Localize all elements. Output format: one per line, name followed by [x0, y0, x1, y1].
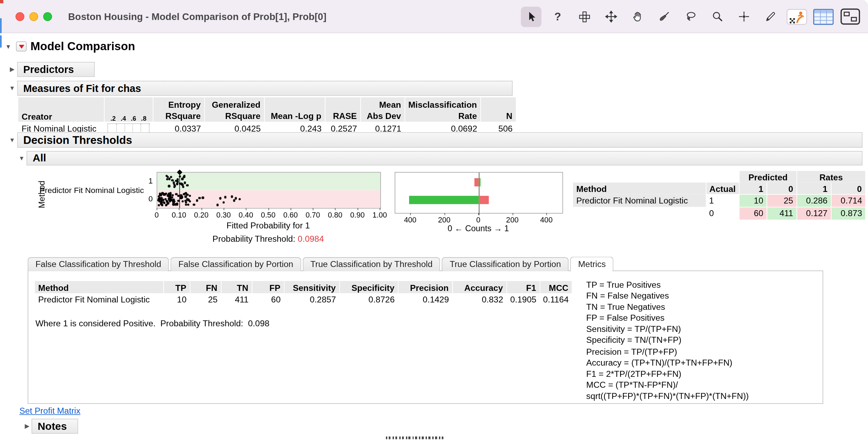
data-point: [161, 204, 163, 206]
data-point: [169, 192, 172, 194]
data-point: [171, 179, 174, 181]
table-row: Predictor Fit Nominal Logistic110250.286…: [573, 194, 866, 207]
y-category-label: 0: [144, 194, 153, 203]
tab-false-classification-by-threshold[interactable]: False Classification by Threshold: [28, 257, 169, 271]
axis-tick: [313, 208, 314, 210]
axis-tick-label: .6: [131, 115, 136, 122]
brush-icon[interactable]: [654, 6, 674, 27]
matrix-cell: 0.286: [797, 194, 831, 207]
measures-of-fit-section-header[interactable]: Measures of Fit for chas: [17, 81, 513, 96]
threshold-value[interactable]: 0.0984: [298, 234, 324, 244]
disclosure-triangle-icon[interactable]: [5, 42, 12, 50]
column-header: Sensitivity: [284, 281, 340, 293]
cursor-icon[interactable]: [521, 6, 541, 27]
toolbar: [521, 6, 860, 27]
metrics-note: Where 1 is considered Positive. Probabil…: [35, 319, 269, 328]
column-header: Mean -Log p: [264, 97, 325, 121]
jmp-home-icon[interactable]: [787, 6, 807, 27]
column-header: N: [481, 97, 516, 121]
window-title: Boston Housing - Model Comparison of Pro…: [68, 0, 327, 33]
axis-tick-label: 200: [438, 216, 451, 224]
counts-bar-chart[interactable]: [395, 172, 563, 213]
fitted-probability-plot[interactable]: [157, 172, 381, 208]
column-header: Accuracy: [452, 281, 507, 293]
hand-icon[interactable]: [627, 6, 647, 27]
axis-tick-label: 400: [404, 216, 416, 224]
tab-true-classification-by-threshold[interactable]: True Classification by Threshold: [303, 257, 440, 271]
section-title: All: [33, 152, 46, 165]
window-edge-artifact: [0, 18, 2, 33]
disclosure-triangle-icon[interactable]: [8, 136, 16, 144]
pencil-icon[interactable]: [760, 6, 781, 27]
legend-line: sqrt((TP+FP)*(TP+FN)*(TN+FP)*(TN+FN)): [586, 391, 749, 402]
axis-tick-label: 0.10: [172, 211, 186, 219]
close-button[interactable]: [15, 12, 24, 21]
predictors-section-header[interactable]: Predictors: [17, 62, 95, 77]
axis-tick-label: 0.70: [305, 211, 320, 219]
axis-tick-label: .8: [141, 115, 146, 122]
section-title: Measures of Fit for chas: [23, 82, 141, 94]
column-header: FP: [252, 281, 284, 293]
section-title: Predictors: [23, 64, 74, 76]
help-icon[interactable]: [547, 6, 568, 27]
axis-tick: [179, 208, 180, 210]
axis-tick: [224, 208, 224, 210]
data-point: [184, 195, 187, 198]
column-header: FN: [190, 281, 221, 293]
data-point: [187, 203, 189, 206]
disclosure-triangle-icon[interactable]: [23, 422, 31, 430]
lasso-icon[interactable]: [680, 6, 701, 27]
crosshair-icon[interactable]: [734, 6, 754, 27]
axis-tick: [290, 208, 291, 210]
window-edge-artifact: [0, 35, 2, 48]
data-point: [176, 202, 178, 205]
axis-tick-label: 1.00: [373, 211, 387, 219]
count-bar-right[interactable]: [479, 196, 489, 204]
model-comparison-header: Model Comparison: [5, 39, 135, 54]
window-grid-icon[interactable]: [574, 6, 594, 27]
set-profit-matrix-link[interactable]: Set Profit Matrix: [19, 406, 80, 416]
disclosure-triangle-icon[interactable]: [8, 65, 16, 73]
threshold-line[interactable]: [179, 173, 180, 208]
y-category-label: 1: [144, 176, 153, 185]
threshold-label: Probability Threshold:: [212, 234, 295, 244]
axis-tick: [546, 213, 547, 215]
data-point: [184, 182, 186, 184]
column-header: RASE: [325, 97, 360, 121]
data-table-icon[interactable]: [813, 6, 834, 27]
value-cell: 0.1429: [398, 293, 453, 307]
column-header: 0: [767, 182, 797, 194]
fullscreen-button[interactable]: [43, 12, 52, 21]
data-point: [163, 193, 166, 196]
tab-false-classification-by-portion[interactable]: False Classification by Portion: [171, 257, 301, 271]
count-bar-left[interactable]: [475, 178, 479, 187]
legend-line: F1 = 2*TP/(2TP+FP+FN): [586, 368, 749, 380]
column-header: MCC: [540, 281, 572, 293]
legend-line: MCC = (TP*TN-FP*FN)/: [586, 379, 749, 391]
legend-line: Precision = TP/(TP+FP): [586, 346, 749, 357]
tab-true-classification-by-portion[interactable]: True Classification by Portion: [442, 257, 569, 271]
creator-column-header: Creator: [18, 97, 104, 121]
disclosure-triangle-icon[interactable]: [18, 154, 25, 162]
display-box-icon[interactable]: [840, 6, 860, 27]
section-title: Notes: [38, 420, 67, 432]
data-point: [202, 196, 204, 199]
tab-metrics[interactable]: Metrics: [570, 257, 613, 272]
count-bar-left[interactable]: [409, 196, 479, 204]
decision-thresholds-section-header[interactable]: Decision Thresholds: [17, 132, 862, 148]
count-bar-right[interactable]: [479, 178, 481, 187]
zoom-icon[interactable]: [707, 6, 727, 27]
value-cell: 0.8726: [339, 293, 398, 307]
legend-line: FP = False Positives: [586, 313, 749, 324]
minimize-button[interactable]: [29, 12, 38, 21]
notes-section-header[interactable]: Notes: [32, 419, 78, 434]
disclosure-triangle-icon[interactable]: [8, 84, 16, 92]
column-header: EntropyRSquare: [153, 97, 204, 121]
predicted-group-header: Predicted: [739, 171, 797, 182]
method-column-header: Method: [573, 182, 706, 194]
all-section-header[interactable]: All: [27, 151, 863, 165]
move-icon[interactable]: [601, 6, 621, 27]
value-cell: 0.2857: [284, 293, 340, 307]
red-triangle-menu-button[interactable]: [16, 41, 27, 51]
column-header: 1: [797, 182, 831, 194]
